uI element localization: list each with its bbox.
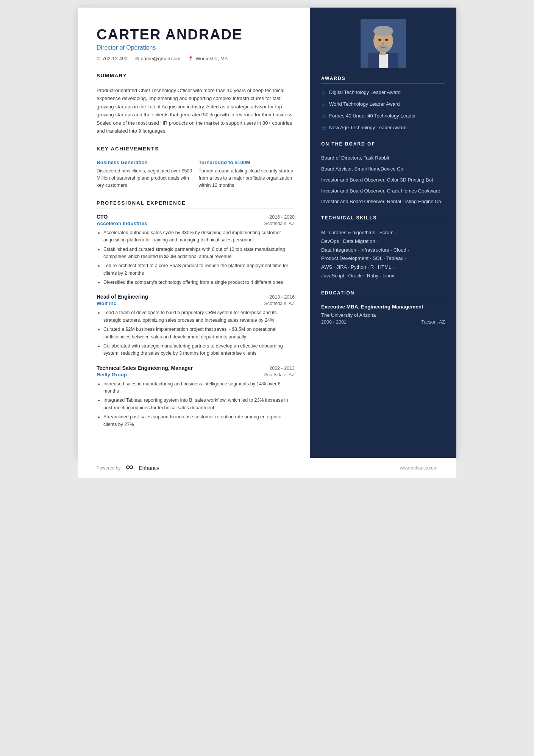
exp-dates-2: 2002 - 2013 — [269, 366, 295, 371]
email-icon: ✉ — [135, 56, 139, 61]
summary-text: Product-orientated Chief Technology Offi… — [97, 86, 295, 135]
exp-dates-1: 2013 - 2016 — [269, 294, 295, 300]
summary-title: SUMMARY — [97, 73, 295, 81]
award-item-1: ☆ World Technology Leader Award — [321, 101, 445, 108]
award-text-0: Digital Technology Leader Award — [329, 89, 401, 96]
achievement-desc-1: Turned around a failing cloud security s… — [199, 167, 295, 189]
footer-right: www.enhancv.com — [400, 465, 437, 471]
skills-line-2: Data Integration · Infrastructure · Clou… — [321, 247, 409, 253]
achievement-item-1: Turnaround to $100M Turned around a fail… — [199, 160, 295, 189]
bullet-2-0: Increased sales in manufacturing and bus… — [103, 380, 295, 395]
exp-bullets-2: Increased sales in manufacturing and bus… — [97, 380, 295, 428]
exp-role-2: Technical Sales Engineering, Manager — [97, 365, 193, 371]
exp-entry-0: CTO 2016 - 2020 Acceleron Industries Sco… — [97, 214, 295, 286]
brand-name: Enhancv — [139, 465, 159, 471]
edu-location: Tucson, AZ — [421, 319, 445, 325]
edu-dates-row: 2000 - 2001 Tucson, AZ — [321, 319, 445, 325]
award-item-2: ☆ Forbes 40 Under 40 Technology Leader — [321, 113, 445, 120]
svg-point-9 — [382, 42, 384, 45]
achievement-desc-0: Discovered new clients, negotiated over … — [97, 167, 193, 189]
exp-company-row-1: Wolf Inc Scottsdale, AZ — [97, 301, 295, 306]
exp-header-0: CTO 2016 - 2020 — [97, 214, 295, 220]
board-item-1: Board Advisor, SmartHomeDevice Co. — [321, 166, 445, 173]
board-item-4: Investor and Board Observer, Rental List… — [321, 198, 445, 205]
edu-degree: Executive MBA, Engineering Management — [321, 304, 445, 311]
exp-entry-1: Head of Engineering 2013 - 2016 Wolf Inc… — [97, 294, 295, 357]
phone-icon: ✆ — [97, 56, 100, 61]
skills-section: TECHNICAL SKILLS ML libraries & algorith… — [321, 215, 445, 280]
star-icon-1: ☆ — [321, 101, 326, 108]
exp-location-1: Scottsdale, AZ — [264, 301, 295, 306]
exp-bullets-1: Lead a team of developers to build a pro… — [97, 309, 295, 357]
experience-section: PROFESSIONAL EXPERIENCE CTO 2016 - 2020 … — [97, 200, 295, 428]
exp-location-2: Scottsdale, AZ — [264, 372, 295, 377]
skills-line-1: DevOps · Data Migration · — [321, 238, 378, 244]
exp-location-0: Scottsdale, AZ — [264, 221, 295, 226]
bullet-0-2: Led re-architect effort of a core SaaS p… — [103, 262, 295, 277]
awards-section: AWARDS ☆ Digital Technology Leader Award… — [321, 76, 445, 131]
education-section: EDUCATION Executive MBA, Engineering Man… — [321, 290, 445, 325]
skills-line-3: Product Development · SQL · Tableau · — [321, 255, 406, 261]
board-section: ON THE BOARD OF Board of Directors, Task… — [321, 141, 445, 205]
awards-title: AWARDS — [321, 76, 445, 84]
bullet-0-0: Accelerated outbound sales cycle by 330%… — [103, 229, 295, 244]
award-item-0: ☆ Digital Technology Leader Award — [321, 89, 445, 96]
contact-info: ✆ 762-12-490 ✉ name@gmail.com 📍 Worceste… — [97, 56, 295, 61]
email-address: name@gmail.com — [141, 56, 181, 61]
bullet-1-2: Collaborated with strategic manufacturin… — [103, 343, 295, 357]
left-column: CARTER ANDRADE Director of Operations ✆ … — [78, 8, 310, 458]
star-icon-2: ☆ — [321, 113, 326, 120]
exp-company-row-0: Acceleron Industries Scottsdale, AZ — [97, 221, 295, 226]
bullet-0-3: Diversified the company's technology off… — [103, 279, 295, 286]
edu-dates: 2000 - 2001 — [321, 319, 347, 325]
exp-role-0: CTO — [97, 214, 108, 220]
exp-company-row-2: Reilly Group Scottsdale, AZ — [97, 372, 295, 377]
job-title: Director of Operations — [97, 44, 295, 51]
exp-company-1: Wolf Inc — [97, 301, 116, 306]
footer: Powered by Enhancv www.enhancv.com — [78, 458, 456, 478]
skills-line-5: JavaScript · Oracle · Ruby · Linux — [321, 273, 394, 279]
achievements-section: KEY ACHIEVEMENTS Business Generation Dis… — [97, 146, 295, 189]
board-title: ON THE BOARD OF — [321, 141, 445, 149]
bullet-1-1: Curated a $2M business implementation pr… — [103, 326, 295, 341]
photo-area — [321, 8, 445, 76]
logo-svg — [123, 464, 136, 471]
exp-entry-2: Technical Sales Engineering, Manager 200… — [97, 365, 295, 428]
exp-company-2: Reilly Group — [97, 372, 127, 377]
education-title: EDUCATION — [321, 290, 445, 298]
bullet-2-2: Streamlined post-sales support to increa… — [103, 413, 295, 428]
award-text-3: New Age Technology Leader Award — [329, 124, 407, 131]
skills-line-4: AWS · JIRA · Python · R · HTML · — [321, 264, 394, 270]
bullet-2-1: Integrated Tableau reporting system into… — [103, 397, 295, 412]
svg-point-7 — [378, 39, 381, 41]
board-item-3: Investor and Board Observer, Crack Homes… — [321, 188, 445, 195]
achievements-grid: Business Generation Discovered new clien… — [97, 160, 295, 189]
achievements-title: KEY ACHIEVEMENTS — [97, 146, 295, 154]
phone-number: 762-12-490 — [102, 56, 128, 61]
bullet-0-1: Established and curated strategic partne… — [103, 246, 295, 261]
achievement-item-0: Business Generation Discovered new clien… — [97, 160, 193, 189]
award-item-3: ☆ New Age Technology Leader Award — [321, 124, 445, 131]
exp-header-1: Head of Engineering 2013 - 2016 — [97, 294, 295, 300]
exp-header-2: Technical Sales Engineering, Manager 200… — [97, 365, 295, 371]
svg-point-8 — [385, 39, 388, 41]
profile-photo — [361, 19, 406, 68]
award-text-2: Forbes 40 Under 40 Technology Leader — [329, 113, 416, 119]
edu-school: The University of Arizona — [321, 312, 445, 318]
star-icon-3: ☆ — [321, 125, 326, 131]
location-text: Worcester, MA — [195, 56, 228, 61]
exp-dates-0: 2016 - 2020 — [269, 214, 295, 220]
footer-left: Powered by Enhancv — [97, 464, 159, 473]
right-column: AWARDS ☆ Digital Technology Leader Award… — [310, 8, 456, 458]
location-contact: 📍 Worcester, MA — [188, 56, 228, 61]
board-item-0: Board of Directors, Task Rabbit — [321, 155, 445, 162]
board-item-2: Investor and Board Observer, Color 3D Pr… — [321, 177, 445, 184]
star-icon-0: ☆ — [321, 89, 326, 96]
exp-role-1: Head of Engineering — [97, 294, 148, 300]
skills-text: ML libraries & algorithms · Scrum · DevO… — [321, 229, 445, 280]
svg-point-5 — [373, 26, 393, 36]
svg-rect-2 — [379, 54, 388, 68]
experience-title: PROFESSIONAL EXPERIENCE — [97, 200, 295, 208]
award-text-1: World Technology Leader Award — [329, 101, 400, 108]
exp-bullets-0: Accelerated outbound sales cycle by 330%… — [97, 229, 295, 286]
